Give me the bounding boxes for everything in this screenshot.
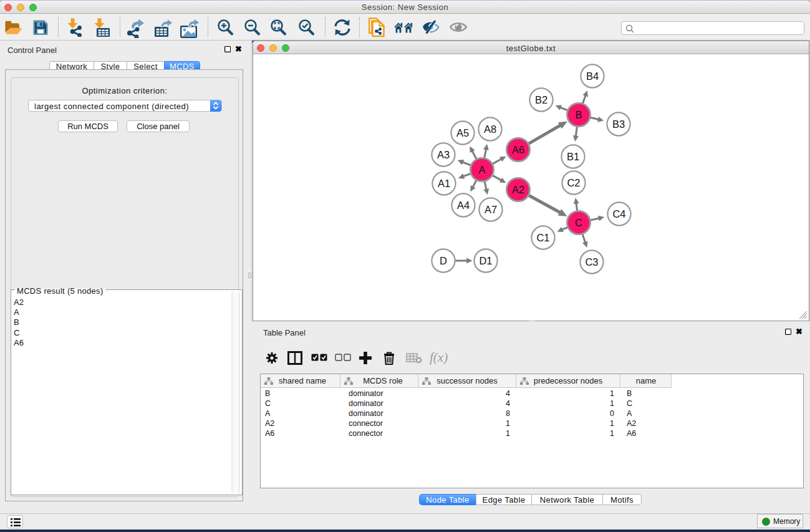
svg-text:A1: A1 [438, 178, 450, 189]
svg-text:A4: A4 [457, 200, 470, 211]
svg-text:C1: C1 [536, 232, 549, 243]
svg-text:D: D [440, 255, 447, 266]
svg-text:B1: B1 [567, 151, 579, 162]
svg-text:A6: A6 [512, 144, 524, 155]
svg-text:D1: D1 [479, 255, 492, 266]
svg-text:A3: A3 [437, 149, 450, 160]
svg-text:A8: A8 [484, 123, 496, 135]
svg-text:A5: A5 [456, 127, 469, 138]
svg-text:C3: C3 [585, 256, 598, 268]
svg-text:B: B [575, 109, 582, 120]
svg-text:A7: A7 [485, 204, 497, 215]
svg-text:B4: B4 [586, 70, 599, 82]
svg-text:A: A [478, 164, 485, 175]
svg-text:C4: C4 [612, 208, 625, 220]
svg-text:B2: B2 [535, 94, 547, 105]
svg-text:A2: A2 [512, 184, 524, 195]
svg-text:C2: C2 [567, 177, 580, 188]
svg-text:C: C [575, 217, 582, 228]
svg-text:B3: B3 [612, 118, 625, 130]
